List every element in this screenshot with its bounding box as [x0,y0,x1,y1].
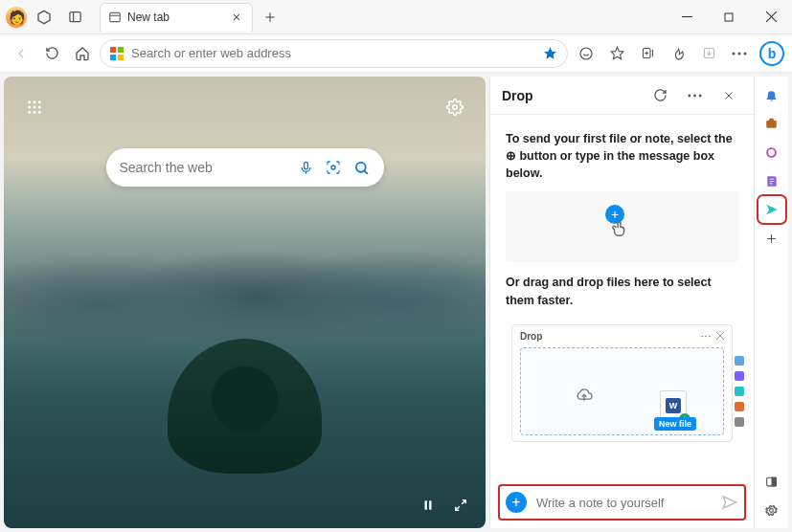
svg-point-26 [738,52,741,55]
drop-more-icon[interactable] [681,82,708,109]
svg-point-29 [34,100,36,103]
search-icon[interactable] [352,160,371,176]
address-bar[interactable] [100,39,568,68]
svg-rect-13 [118,47,124,53]
split-screen-icon[interactable] [759,469,784,494]
bing-chat-button[interactable]: b [759,41,784,66]
new-tab-page [4,77,486,528]
svg-point-41 [355,162,365,171]
svg-point-31 [28,106,31,109]
drop-title: Drop [502,88,639,103]
maximize-button[interactable] [708,0,750,34]
svg-rect-57 [766,121,777,128]
svg-point-27 [744,52,747,55]
new-file-badge: New file [654,417,696,431]
send-icon[interactable] [721,494,738,511]
svg-rect-0 [69,12,79,22]
svg-point-34 [28,111,31,114]
svg-point-32 [34,106,36,109]
ntp-search-bar[interactable] [106,148,384,187]
svg-rect-2 [110,12,121,21]
svg-rect-9 [725,13,733,21]
close-window-button[interactable] [750,0,792,34]
ntp-search-input[interactable] [120,160,287,175]
microsoft-logo-icon [110,47,124,60]
svg-point-63 [770,508,774,512]
favorites-icon[interactable] [602,39,631,68]
compose-input[interactable] [536,496,712,510]
drop-tip-1-illustration: + [506,191,738,262]
svg-point-35 [34,111,36,114]
svg-point-17 [580,48,592,59]
add-sidebar-icon[interactable] [759,226,784,251]
profile-avatar[interactable]: 🧑 [6,7,27,28]
performance-icon[interactable] [664,39,692,68]
svg-point-36 [38,111,41,114]
svg-point-25 [733,52,735,55]
app-install-icon[interactable] [694,39,723,68]
tab-actions-icon[interactable] [61,4,88,31]
browser-tab[interactable]: New tab [100,3,253,32]
new-tab-button[interactable] [257,4,283,31]
svg-rect-62 [772,477,776,486]
svg-rect-38 [304,162,307,169]
cloud-upload-icon [575,388,594,404]
drop-tip-1: To send your first file or note, select … [506,130,738,182]
home-button[interactable] [69,40,96,67]
svg-point-47 [688,94,690,97]
collections-icon[interactable] [633,39,662,68]
svg-point-40 [331,166,335,169]
svg-point-28 [28,100,31,103]
svg-point-54 [709,335,711,337]
svg-rect-15 [118,55,124,60]
tab-close-button[interactable] [229,10,244,25]
expand-icon[interactable] [449,494,472,517]
minimize-button[interactable] [666,0,708,34]
note-icon[interactable] [759,168,784,193]
svg-point-33 [38,106,41,109]
workspaces-icon[interactable] [31,4,57,31]
svg-point-49 [698,94,701,97]
svg-marker-16 [544,47,556,59]
svg-line-42 [364,170,368,174]
favorite-star-icon[interactable] [543,46,557,60]
sidebar-settings-icon[interactable] [759,498,784,522]
drop-tip-2: Or drag and drop files here to select th… [506,274,738,308]
compose-add-button[interactable]: + [506,492,527,513]
tracking-prevention-icon[interactable] [572,39,600,68]
tab-page-icon [108,11,122,24]
svg-point-58 [767,148,776,157]
voice-search-icon[interactable] [297,161,315,175]
menu-button[interactable] [725,39,754,68]
office-icon[interactable] [759,140,784,165]
svg-point-30 [38,100,41,103]
drop-refresh-icon[interactable] [646,82,673,109]
svg-point-53 [705,335,707,337]
back-button[interactable] [8,40,34,67]
svg-point-48 [693,94,696,97]
notifications-icon[interactable] [759,82,784,107]
drop-tip-2-illustration: Drop W + New file [506,319,738,448]
svg-rect-43 [425,500,427,509]
page-settings-icon[interactable] [441,94,468,121]
drop-compose-box: + [498,484,746,521]
drop-sidebar-icon[interactable] [759,197,784,222]
svg-point-52 [701,335,703,337]
pointer-icon [609,218,630,239]
svg-point-37 [453,105,458,110]
right-sidebar [754,77,788,528]
svg-rect-12 [110,47,116,53]
apps-menu-icon[interactable] [21,94,48,121]
address-input[interactable] [131,46,535,60]
svg-marker-18 [611,47,623,59]
image-search-icon[interactable] [325,160,343,175]
briefcase-icon[interactable] [759,111,784,136]
svg-rect-14 [110,55,116,60]
tab-title: New tab [127,11,223,24]
drop-close-icon[interactable] [715,82,742,109]
refresh-button[interactable] [38,40,65,67]
svg-rect-44 [429,500,431,509]
mini-drop-title: Drop [520,331,701,342]
pause-background-icon[interactable] [417,494,440,517]
drop-panel: Drop To send your first file or note, se… [489,77,754,528]
